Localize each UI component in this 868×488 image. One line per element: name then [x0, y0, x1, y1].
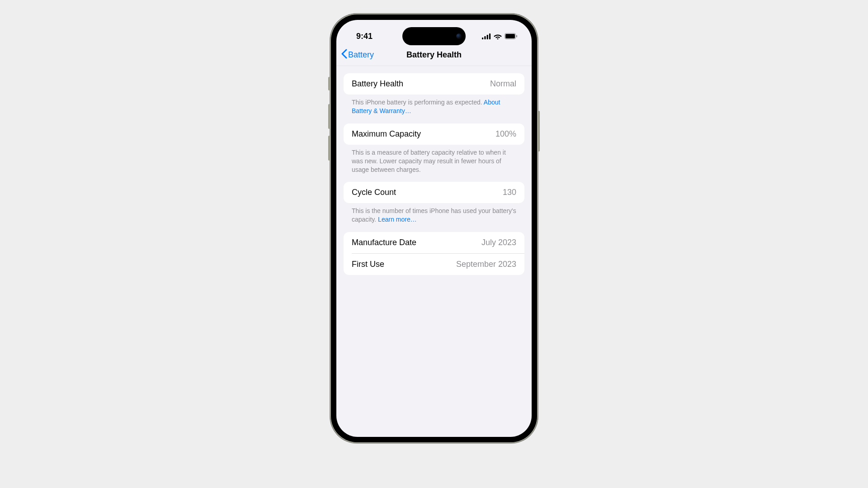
row-value: 100%: [495, 129, 516, 139]
section-dates: Manufacture Date July 2023 First Use Sep…: [344, 232, 524, 275]
svg-rect-7: [516, 35, 517, 38]
page-title: Battery Health: [406, 50, 462, 60]
svg-point-4: [497, 38, 499, 39]
footer-text: This is the number of times iPhone has u…: [352, 207, 516, 223]
row-manufacture-date[interactable]: Manufacture Date July 2023: [344, 232, 524, 253]
section-battery-health: Battery Health Normal This iPhone batter…: [344, 73, 524, 115]
content: Battery Health Normal This iPhone batter…: [336, 66, 532, 290]
footer-cycle-count: This is the number of times iPhone has u…: [344, 203, 524, 224]
row-value: 130: [503, 188, 516, 197]
side-button-silent: [328, 77, 330, 90]
row-label: Battery Health: [352, 79, 403, 89]
cellular-signal-icon: [482, 33, 491, 39]
row-first-use[interactable]: First Use September 2023: [352, 253, 524, 275]
status-time: 9:41: [350, 32, 373, 41]
footer-text: This iPhone battery is performing as exp…: [352, 99, 484, 106]
row-label: First Use: [352, 260, 384, 269]
row-value: September 2023: [456, 260, 516, 269]
side-button-power: [538, 111, 540, 152]
section-cycle-count: Cycle Count 130 This is the number of ti…: [344, 182, 524, 224]
battery-icon: [505, 33, 517, 39]
card-cycle-count: Cycle Count 130: [344, 182, 524, 203]
row-value: Normal: [490, 79, 516, 89]
side-button-volume-up: [328, 104, 330, 129]
row-max-capacity[interactable]: Maximum Capacity 100%: [344, 123, 524, 145]
card-battery-health: Battery Health Normal: [344, 73, 524, 95]
row-label: Cycle Count: [352, 188, 396, 197]
phone-frame: 9:41: [330, 14, 538, 443]
back-button[interactable]: Battery: [341, 49, 374, 61]
nav-bar: Battery Battery Health: [336, 44, 532, 66]
back-label: Battery: [348, 50, 374, 60]
row-label: Manufacture Date: [352, 238, 416, 247]
section-max-capacity: Maximum Capacity 100% This is a measure …: [344, 123, 524, 174]
wifi-icon: [494, 33, 502, 39]
chevron-left-icon: [341, 49, 347, 61]
card-dates: Manufacture Date July 2023 First Use Sep…: [344, 232, 524, 275]
card-max-capacity: Maximum Capacity 100%: [344, 123, 524, 145]
row-cycle-count[interactable]: Cycle Count 130: [344, 182, 524, 203]
svg-rect-1: [484, 36, 486, 39]
row-battery-health[interactable]: Battery Health Normal: [344, 73, 524, 95]
footer-battery-health: This iPhone battery is performing as exp…: [344, 95, 524, 115]
side-button-volume-down: [328, 136, 330, 161]
learn-more-link[interactable]: Learn more…: [378, 216, 417, 223]
svg-rect-3: [489, 33, 491, 39]
row-label: Maximum Capacity: [352, 129, 421, 139]
status-icons: [482, 33, 518, 39]
svg-rect-2: [487, 35, 488, 39]
row-value: July 2023: [481, 238, 516, 247]
svg-rect-0: [482, 38, 483, 39]
dynamic-island: [402, 27, 466, 45]
footer-text: This is a measure of battery capacity re…: [352, 149, 506, 173]
front-camera-icon: [456, 33, 462, 39]
screen: 9:41: [336, 20, 532, 437]
footer-max-capacity: This is a measure of battery capacity re…: [344, 145, 524, 174]
svg-rect-6: [505, 34, 515, 38]
